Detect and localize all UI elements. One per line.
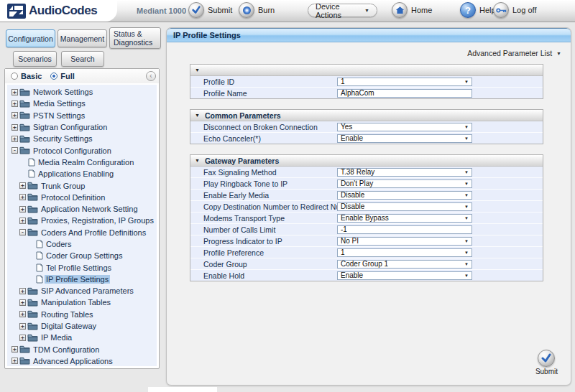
tree-expand-toggle-icon[interactable]: + [12,346,18,353]
tree-expand-toggle-icon[interactable]: - [19,229,26,235]
tab-search[interactable]: Search [61,51,104,67]
fax-signaling-method-select[interactable]: T.38 Relay▼ [337,168,472,177]
submit-button[interactable]: Submit [188,2,232,18]
tree-expand-toggle-icon[interactable]: + [12,124,18,131]
enable-hold-select[interactable]: Enable▼ [337,271,472,280]
tree-item-label: IP Profile Settings [45,275,110,284]
tree-item-ip-media[interactable]: +IP Media [7,332,157,343]
submit-button-bottom[interactable]: Submit [535,350,558,375]
selected-value: 1 [341,248,345,256]
help-button[interactable]: ? Help [460,2,496,18]
tree-expand-toggle-icon[interactable]: - [12,147,18,154]
form-row-copy-destination-number-to-redirect-number: Copy Destination Number to Redirect Numb… [190,201,543,213]
burn-label: Burn [258,6,275,14]
selected-value: Enable Bypass [341,214,389,222]
disconnect-on-broken-connection-select[interactable]: Yes▼ [337,123,472,131]
tree-item-proxies-registration-ip-groups[interactable]: +Proxies, Registration, IP Groups [7,215,157,226]
radio-full[interactable] [50,73,58,80]
copy-destination-number-to-redirect-number-select[interactable]: Disable▼ [337,202,472,211]
folder-icon [27,334,38,342]
tree-item-media-settings[interactable]: +Media Settings [7,98,157,109]
folder-icon [27,322,38,330]
tree-item-ip-profile-settings[interactable]: IP Profile Settings [7,274,157,285]
coder-group-select[interactable]: Coder Group 1▼ [337,260,472,269]
burn-button[interactable]: Burn [239,2,275,18]
device-name: Mediant 1000 [137,6,186,15]
home-button[interactable]: Home [392,2,432,18]
tree-item-security-settings[interactable]: +Security Settings [7,133,157,144]
tree-expand-toggle-icon[interactable]: + [12,112,18,118]
tree-item-routing-tables[interactable]: +Routing Tables [7,309,157,320]
folder-icon [27,182,38,190]
progress-indicator-to-ip-select[interactable]: No PI▼ [337,237,472,246]
tree-expand-toggle-icon[interactable]: + [19,194,26,200]
tree-item-label: Media Realm Configuration [37,158,135,167]
field-label: Profile Name [190,89,337,98]
tree-item-tdm-configuration[interactable]: +TDM Configuration [7,344,157,355]
tree-item-sigtran-configuration[interactable]: +Sigtran Configuration [7,121,157,133]
section-header[interactable]: ▼Gateway Parameters [190,155,543,167]
tree-expand-toggle-icon[interactable]: + [12,136,18,142]
tree-item-network-settings[interactable]: +Network Settings [7,86,157,98]
field-label: Fax Signaling Method [190,168,337,177]
tree-item-manipulation-tables[interactable]: +Manipulation Tables [7,297,157,308]
tab-scenarios[interactable]: Scenarios [13,51,57,67]
tree-item-protocol-configuration[interactable]: -Protocol Configuration [7,144,157,156]
radio-basic-label: Basic [21,72,42,80]
dropdown-arrow-icon: ▼ [464,193,469,197]
profile-name-input[interactable]: AlphaCom [337,89,472,98]
tree-item-pstn-settings[interactable]: +PSTN Settings [7,110,157,121]
tree-item-coder-group-settings[interactable]: Coder Group Settings [7,250,157,261]
tree-item-label: Tel Profile Settings [45,263,113,272]
folder-icon [19,345,30,353]
tree-item-label: Application Network Setting [40,205,139,213]
dropdown-arrow-icon: ▼ [464,182,469,186]
modems-transport-type-select[interactable]: Enable Bypass▼ [337,214,472,223]
advanced-parameter-list-toggle[interactable]: Advanced Parameter List ▼ [467,49,561,57]
tree-item-media-realm-configuration[interactable]: Media Realm Configuration [7,157,157,168]
tree-item-digital-gateway[interactable]: +Digital Gateway [7,320,157,332]
tree-expand-toggle-icon[interactable]: + [19,335,26,341]
tree-item-coders[interactable]: Coders [7,238,157,250]
section-header[interactable]: ▼ [190,65,543,76]
tree-expand-toggle-icon[interactable]: + [19,323,26,330]
tree-expand-toggle-icon[interactable]: + [19,288,26,294]
tree-item-protocol-definition[interactable]: +Protocol Definition [7,192,157,203]
tab-configuration[interactable]: Configuration [6,29,55,47]
play-ringback-tone-to-ip-select[interactable]: Don't Play▼ [337,179,472,188]
field-label: Disconnect on Broken Connection [190,123,337,131]
tree-expand-toggle-icon[interactable]: + [12,89,18,95]
echo-canceler-select[interactable]: Enable▼ [337,134,472,143]
radio-basic[interactable] [11,73,18,80]
tree-expand-toggle-icon[interactable]: + [19,299,26,306]
file-icon [28,158,35,167]
sidebar-collapse-button[interactable]: ‹ [146,71,156,81]
tree-expand-toggle-icon[interactable]: + [19,218,26,224]
tree-item-sip-advanced-parameters[interactable]: +SIP Advanced Parameters [7,285,157,297]
tab-management[interactable]: Management [58,29,107,47]
folder-icon [19,123,30,131]
tree-expand-toggle-icon[interactable]: + [19,182,26,189]
dropdown-arrow-icon: ▼ [464,170,469,174]
help-icon: ? [460,2,476,18]
tree-item-coders-and-profile-definitions[interactable]: -Coders And Profile Definitions [7,227,157,238]
tree-item-application-network-setting[interactable]: +Application Network Setting [7,203,157,215]
tree-item-trunk-group[interactable]: +Trunk Group [7,179,157,191]
tree-expand-toggle-icon[interactable]: + [19,311,26,317]
tree-expand-toggle-icon[interactable]: + [12,101,18,107]
tree-item-tel-profile-settings[interactable]: Tel Profile Settings [7,261,157,273]
tree-item-applications-enabling[interactable]: Applications Enabling [7,168,157,179]
tree-expand-toggle-icon[interactable]: + [19,206,26,213]
enable-early-media-select[interactable]: Disable▼ [337,191,472,200]
profile-preference-select[interactable]: 1▼ [337,248,472,257]
number-of-calls-limit-input[interactable]: -1 [337,225,472,234]
folder-icon [27,299,38,307]
tab-status-diagnostics[interactable]: Status & Diagnostics [109,27,161,49]
profile-id-select[interactable]: 1▼ [337,78,472,86]
tree-expand-toggle-icon[interactable]: + [12,358,18,364]
device-actions-dropdown[interactable]: Device Actions ▼ [308,4,377,17]
tab-label: Management [60,34,104,43]
tree-item-advanced-applications[interactable]: +Advanced Applications [7,355,157,366]
section-header[interactable]: ▼Common Parameters [190,110,543,121]
logoff-button[interactable]: Log off [493,2,536,18]
